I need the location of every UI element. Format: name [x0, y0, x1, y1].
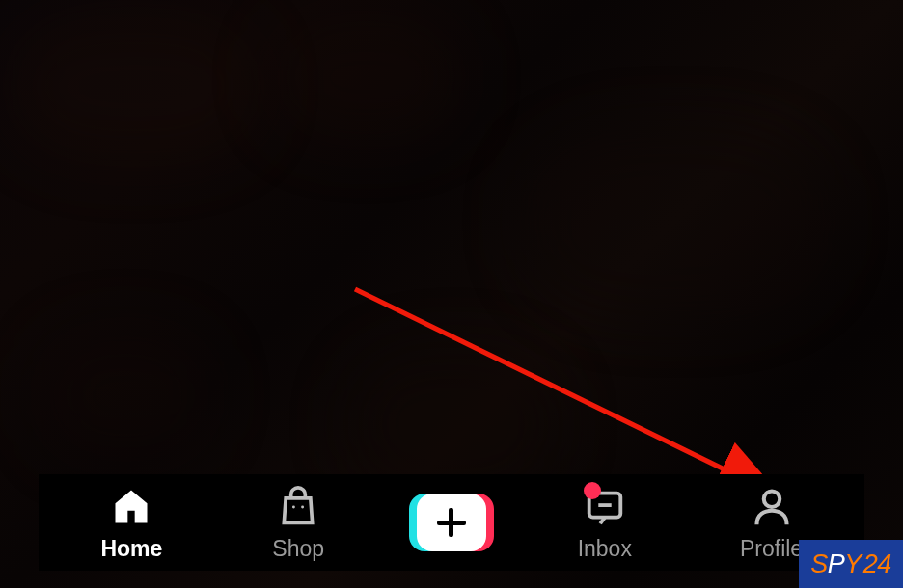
watermark-letter: Y — [844, 551, 862, 577]
nav-home[interactable]: Home — [73, 484, 189, 562]
plus-icon — [437, 508, 466, 537]
shopping-bag-icon — [275, 484, 321, 530]
bottom-nav-bar: Home Shop — [39, 474, 864, 571]
watermark-letter: S — [810, 551, 828, 577]
notification-dot — [584, 482, 601, 499]
bg-blotch — [39, 328, 212, 463]
svg-point-2 — [292, 505, 295, 508]
nav-shop-label: Shop — [272, 536, 324, 562]
inbox-icon — [582, 484, 628, 530]
home-icon — [108, 484, 154, 530]
nav-shop[interactable]: Shop — [240, 484, 356, 562]
watermark-letter: P — [828, 551, 845, 577]
nav-home-label: Home — [100, 536, 162, 562]
watermark-logo: SPY24 — [799, 540, 903, 588]
watermark-number: 24 — [863, 551, 891, 577]
create-button[interactable] — [407, 494, 496, 551]
bg-blotch — [521, 125, 830, 318]
nav-profile-label: Profile — [740, 536, 803, 562]
bg-blotch — [10, 10, 260, 164]
bg-blotch — [270, 10, 463, 145]
profile-icon — [749, 484, 795, 530]
svg-point-3 — [301, 505, 304, 508]
nav-inbox-label: Inbox — [578, 536, 632, 562]
nav-inbox[interactable]: Inbox — [547, 484, 663, 562]
svg-point-7 — [763, 491, 780, 507]
video-feed-background: Home Shop — [0, 0, 903, 588]
create-center — [417, 494, 486, 551]
